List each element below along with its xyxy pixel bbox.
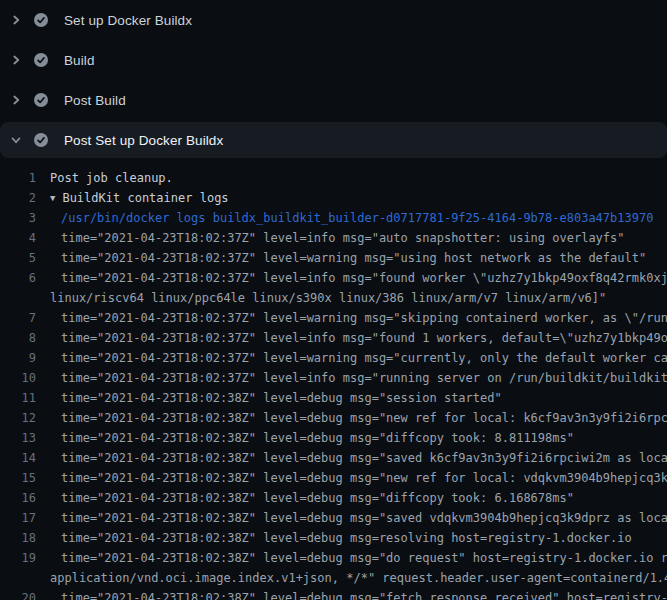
- log-line: 18time="2021-04-23T18:02:38Z" level=debu…: [0, 528, 667, 548]
- log-line: 13time="2021-04-23T18:02:38Z" level=debu…: [0, 428, 667, 448]
- log-line-text: time="2021-04-23T18:02:37Z" level=warnin…: [50, 248, 646, 268]
- log-line: 1Post job cleanup.: [0, 168, 667, 188]
- log-line-number[interactable]: 18: [0, 528, 36, 548]
- log-group-title: BuildKit container logs: [62, 191, 228, 205]
- log-line-number[interactable]: 10: [0, 368, 36, 388]
- log-line-number[interactable]: 16: [0, 488, 36, 508]
- log-line-text: time="2021-04-23T18:02:37Z" level=warnin…: [50, 348, 667, 368]
- check-circle-icon: [34, 13, 48, 27]
- log-line: 3/usr/bin/docker logs buildx_buildkit_bu…: [0, 208, 667, 228]
- log-line: 19time="2021-04-23T18:02:38Z" level=debu…: [0, 548, 667, 568]
- check-circle-icon: [34, 93, 48, 107]
- step-row-post-build[interactable]: Post Build: [0, 80, 667, 120]
- log-line-number[interactable]: 2: [0, 188, 36, 208]
- log-line-number[interactable]: 14: [0, 448, 36, 468]
- log-line-text: time="2021-04-23T18:02:38Z" level=debug …: [50, 548, 667, 568]
- log-line: 7time="2021-04-23T18:02:37Z" level=warni…: [0, 308, 667, 328]
- log-line: 4time="2021-04-23T18:02:37Z" level=info …: [0, 228, 667, 248]
- log-line-number[interactable]: 20: [0, 588, 36, 600]
- log-line-number[interactable]: 13: [0, 428, 36, 448]
- log-line-number[interactable]: 3: [0, 208, 36, 228]
- log-line: 2▼BuildKit container logs: [0, 188, 667, 208]
- chevron-right-icon[interactable]: [10, 14, 22, 26]
- log-line-number[interactable]: 15: [0, 468, 36, 488]
- log-line-text: time="2021-04-23T18:02:38Z" level=debug …: [50, 528, 632, 548]
- log-line-text: time="2021-04-23T18:02:37Z" level=info m…: [50, 328, 667, 348]
- log-line-text: time="2021-04-23T18:02:37Z" level=info m…: [50, 228, 625, 248]
- log-line-number[interactable]: 12: [0, 408, 36, 428]
- log-line-number[interactable]: 17: [0, 508, 36, 528]
- log-line-number[interactable]: 19: [0, 548, 36, 568]
- log-line-text: Post job cleanup.: [50, 168, 173, 188]
- step-row-build[interactable]: Build: [0, 40, 667, 80]
- chevron-right-icon[interactable]: [10, 94, 22, 106]
- log-line-text: time="2021-04-23T18:02:38Z" level=debug …: [50, 408, 667, 428]
- check-circle-icon: [34, 53, 48, 67]
- log-line-text: time="2021-04-23T18:02:38Z" level=debug …: [50, 428, 574, 448]
- log-line-number[interactable]: 11: [0, 388, 36, 408]
- log-line-text: time="2021-04-23T18:02:38Z" level=debug …: [50, 488, 574, 508]
- log-line: 12time="2021-04-23T18:02:38Z" level=debu…: [0, 408, 667, 428]
- log-line: 15time="2021-04-23T18:02:38Z" level=debu…: [0, 468, 667, 488]
- log-line: 10time="2021-04-23T18:02:37Z" level=info…: [0, 368, 667, 388]
- log-line-number-empty: [0, 288, 36, 308]
- log-line-text: time="2021-04-23T18:02:38Z" level=debug …: [50, 508, 667, 528]
- log-line-text: time="2021-04-23T18:02:38Z" level=debug …: [50, 468, 667, 488]
- log-line: 20time="2021-04-23T18:02:38Z" level=debu…: [0, 588, 667, 600]
- log-line-continuation: linux/riscv64 linux/ppc64le linux/s390x …: [0, 288, 667, 308]
- step-row-post-set-up-docker-buildx[interactable]: Post Set up Docker Buildx: [0, 122, 667, 158]
- log-line-text: time="2021-04-23T18:02:37Z" level=info m…: [50, 368, 667, 388]
- log-line-text: time="2021-04-23T18:02:37Z" level=warnin…: [50, 308, 667, 328]
- step-row-set-up-docker-buildx[interactable]: Set up Docker Buildx: [0, 0, 667, 40]
- log-line-wrapped-text: linux/riscv64 linux/ppc64le linux/s390x …: [50, 288, 606, 308]
- log-command-text: /usr/bin/docker logs buildx_buildkit_bui…: [50, 208, 653, 228]
- log-line: 5time="2021-04-23T18:02:37Z" level=warni…: [0, 248, 667, 268]
- log-line-number[interactable]: 8: [0, 328, 36, 348]
- log-line-number-empty: [0, 568, 36, 588]
- step-label: Post Set up Docker Buildx: [64, 133, 223, 148]
- log-line-number[interactable]: 6: [0, 268, 36, 288]
- log-area: 1Post job cleanup.2▼BuildKit container l…: [0, 160, 667, 600]
- log-line: 11time="2021-04-23T18:02:38Z" level=debu…: [0, 388, 667, 408]
- step-label: Post Build: [64, 93, 126, 108]
- log-line-number[interactable]: 5: [0, 248, 36, 268]
- step-label: Build: [64, 53, 95, 68]
- log-line-text: time="2021-04-23T18:02:37Z" level=info m…: [50, 268, 667, 288]
- check-circle-icon: [34, 133, 48, 147]
- log-line-wrapped-text: application/vnd.oci.image.index.v1+json,…: [50, 568, 667, 588]
- steps-list: Set up Docker BuildxBuildPost BuildPost …: [0, 0, 667, 158]
- log-line: 16time="2021-04-23T18:02:38Z" level=debu…: [0, 488, 667, 508]
- log-line: 14time="2021-04-23T18:02:38Z" level=debu…: [0, 448, 667, 468]
- log-line-text: ▼BuildKit container logs: [50, 188, 229, 208]
- log-line-number[interactable]: 4: [0, 228, 36, 248]
- log-line-continuation: application/vnd.oci.image.index.v1+json,…: [0, 568, 667, 588]
- log-line-text: time="2021-04-23T18:02:38Z" level=debug …: [50, 448, 667, 468]
- log-line-text: time="2021-04-23T18:02:38Z" level=debug …: [50, 388, 502, 408]
- log-line-number[interactable]: 7: [0, 308, 36, 328]
- log-line-number[interactable]: 9: [0, 348, 36, 368]
- chevron-right-icon[interactable]: [10, 54, 22, 66]
- chevron-down-icon[interactable]: [10, 134, 22, 146]
- log-line: 17time="2021-04-23T18:02:38Z" level=debu…: [0, 508, 667, 528]
- log-line: 6time="2021-04-23T18:02:37Z" level=info …: [0, 268, 667, 288]
- log-line-text: time="2021-04-23T18:02:38Z" level=debug …: [50, 588, 667, 600]
- step-label: Set up Docker Buildx: [64, 13, 192, 28]
- log-line: 9time="2021-04-23T18:02:37Z" level=warni…: [0, 348, 667, 368]
- log-line-number[interactable]: 1: [0, 168, 36, 188]
- log-line: 8time="2021-04-23T18:02:37Z" level=info …: [0, 328, 667, 348]
- collapse-triangle-icon[interactable]: ▼: [50, 188, 55, 208]
